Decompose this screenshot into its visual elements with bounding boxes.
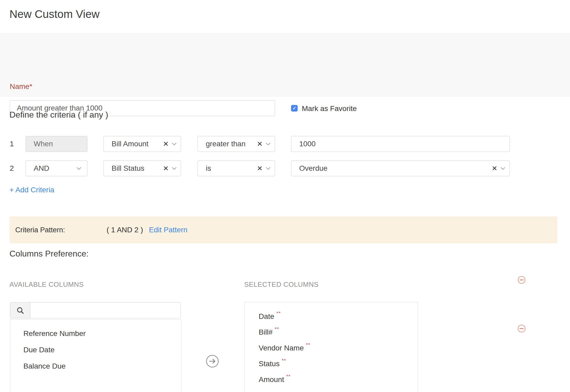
criteria-heading: Define the criteria ( if any ) (9, 110, 108, 120)
remove-criteria-button-1[interactable] (517, 276, 526, 284)
available-columns-title: AVAILABLE COLUMNS (9, 280, 84, 289)
selected-column-label: Status (259, 356, 279, 372)
chevron-down-icon[interactable] (172, 143, 177, 145)
favorite-label[interactable]: Mark as Favorite (302, 104, 357, 113)
edit-pattern-link[interactable]: Edit Pattern (149, 226, 187, 234)
clear-field-icon[interactable]: ✕ (163, 140, 169, 147)
available-columns-list: Reference Number Due Date Balance Due (10, 319, 181, 392)
available-column-item[interactable]: Reference Number (10, 325, 181, 342)
criteria-when-box: When (26, 136, 87, 152)
selected-column-item[interactable]: Vendor Name ** (245, 340, 418, 356)
criteria-pattern-label: Criteria Pattern: (15, 226, 65, 234)
criteria-row-number: 1 (10, 136, 18, 152)
remove-criteria-button-2[interactable] (517, 324, 526, 333)
chevron-down-icon[interactable] (172, 167, 177, 170)
add-criteria-link[interactable]: + Add Criteria (9, 186, 54, 194)
chevron-down-icon[interactable] (266, 143, 271, 145)
selected-column-label: Amount (259, 372, 284, 388)
required-marker: ** (306, 342, 310, 347)
selected-columns-list: Date ** Bill# ** Vendor Name ** Status *… (244, 302, 418, 392)
search-input[interactable] (30, 303, 181, 318)
selected-column-label: Bill# (259, 324, 273, 340)
field-dropdown-2-value: Bill Status (104, 164, 144, 173)
search-icon (16, 306, 24, 314)
field-dropdown-1-value: Bill Amount (104, 140, 148, 148)
selected-columns-title: SELECTED COLUMNS (244, 280, 319, 289)
name-section: Name* ✓ Mark as Favorite (0, 33, 570, 97)
available-columns-search (10, 302, 181, 318)
search-icon-cell (10, 303, 30, 318)
required-marker: ** (276, 311, 281, 316)
new-custom-view-page: New Custom View Name* ✓ Mark as Favorite… (0, 0, 570, 392)
when-label: When (26, 140, 53, 148)
required-marker: ** (275, 326, 279, 331)
criteria-pattern-value: ( 1 AND 2 ) (107, 226, 143, 234)
criteria-value-input-1[interactable] (291, 136, 510, 152)
page-title: New Custom View (9, 8, 99, 21)
chevron-down-icon[interactable] (501, 167, 505, 170)
checkmark-icon: ✓ (292, 106, 296, 110)
required-marker: ** (282, 358, 286, 363)
criteria-pattern-bar: Criteria Pattern: ( 1 AND 2 ) Edit Patte… (9, 217, 557, 243)
required-marker: ** (286, 374, 291, 379)
field-dropdown-1[interactable]: Bill Amount ✕ (103, 136, 181, 152)
minus-circle-icon (517, 324, 526, 333)
operator-dropdown-2-value: is (198, 164, 211, 173)
field-dropdown-2[interactable]: Bill Status ✕ (103, 160, 181, 176)
selected-column-label: Date (259, 309, 274, 324)
chevron-down-icon[interactable] (77, 167, 81, 170)
selected-column-label: Vendor Name (259, 340, 304, 356)
available-column-item[interactable]: Due Date (10, 342, 181, 358)
clear-value-icon[interactable]: ✕ (492, 165, 497, 172)
operator-dropdown-2[interactable]: is ✕ (198, 160, 275, 176)
value-dropdown-2-value: Overdue (291, 164, 327, 173)
criteria-row-2: 2 AND Bill Status ✕ is ✕ Overdue ✕ (0, 160, 570, 176)
favorite-checkbox[interactable]: ✓ (291, 105, 298, 112)
arrow-right-circle-icon (206, 355, 219, 368)
criteria-row-number: 2 (10, 160, 18, 176)
clear-operator-icon[interactable]: ✕ (257, 165, 263, 172)
value-dropdown-2[interactable]: Overdue ✕ (291, 160, 510, 176)
logic-dropdown-2-value: AND (26, 164, 49, 173)
move-selected-button[interactable] (206, 355, 219, 368)
clear-operator-icon[interactable]: ✕ (257, 140, 263, 147)
operator-dropdown-1-value: greater than (198, 140, 246, 148)
selected-column-item[interactable]: Bill# ** (245, 324, 418, 340)
minus-circle-icon (517, 276, 526, 284)
clear-field-icon[interactable]: ✕ (163, 165, 169, 172)
available-column-item[interactable]: Balance Due (10, 358, 181, 374)
operator-dropdown-1[interactable]: greater than ✕ (198, 136, 275, 152)
chevron-down-icon[interactable] (266, 167, 271, 170)
logic-dropdown-2[interactable]: AND (26, 160, 87, 176)
name-label: Name* (10, 82, 32, 91)
selected-column-item[interactable]: Status ** (245, 356, 418, 372)
criteria-row-1: 1 When Bill Amount ✕ greater than ✕ (0, 136, 570, 152)
selected-column-item[interactable]: Date ** (245, 309, 418, 324)
columns-preference-heading: Columns Preference: (9, 249, 89, 259)
selected-column-item[interactable]: Amount ** (245, 372, 418, 388)
